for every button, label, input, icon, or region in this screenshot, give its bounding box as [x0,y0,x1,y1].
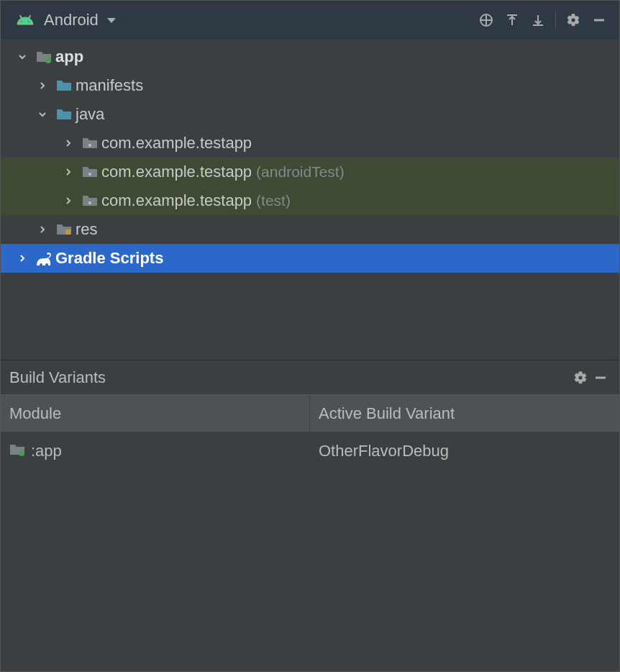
folder-icon [53,79,76,92]
dropdown-triangle-icon [107,18,116,23]
tree-label-suffix: (androidTest) [256,163,345,181]
chevron-down-icon[interactable] [12,52,32,62]
project-view-selector[interactable]: Android [15,10,476,30]
tree-label: com.example.testapp [101,163,252,181]
column-header-active-variant: Active Build Variant [310,404,619,423]
folder-icon [53,108,76,121]
tree-label-suffix: (test) [256,192,291,209]
tree-node-gradle-scripts[interactable]: Gradle Scripts [1,244,619,273]
build-variants-empty-area [1,470,619,671]
tree-label: java [76,105,104,124]
minimize-icon[interactable] [591,368,611,388]
gear-icon[interactable] [570,368,591,388]
tree-node-package-main[interactable]: com.example.testapp [1,129,619,158]
column-header-module: Module [1,395,310,432]
svg-point-14 [19,450,24,456]
tree-node-res[interactable]: res [1,215,619,244]
chevron-right-icon[interactable] [32,81,53,91]
svg-point-9 [88,144,91,147]
project-view-header: Android [1,1,619,40]
chevron-right-icon[interactable] [58,138,78,148]
package-folder-icon [78,165,101,178]
tree-label: manifests [76,76,143,95]
chevron-right-icon[interactable] [58,196,78,206]
chevron-right-icon[interactable] [12,253,32,263]
tree-node-package-androidtest[interactable]: com.example.testapp (androidTest) [1,158,619,186]
tree-label: com.example.testapp [101,191,252,210]
gradle-icon [32,251,55,265]
tree-label: Gradle Scripts [55,249,163,268]
tree-node-java[interactable]: java [1,100,619,129]
svg-point-10 [88,173,91,176]
module-cell: :app [1,432,310,469]
scroll-from-source-icon[interactable] [476,10,496,30]
build-variants-table: Module Active Build Variant :app OtherFl… [1,395,619,470]
chevron-right-icon[interactable] [32,224,53,235]
chevron-down-icon[interactable] [32,109,53,119]
svg-point-8 [45,58,51,63]
package-folder-icon [78,194,101,207]
table-header-row: Module Active Build Variant [1,395,619,432]
module-folder-icon [32,50,55,63]
tree-label: app [55,47,83,66]
minimize-icon[interactable] [589,10,609,30]
gear-icon[interactable] [563,10,583,30]
module-name: :app [31,442,62,460]
tree-node-package-test[interactable]: com.example.testapp (test) [1,186,619,215]
module-folder-icon [9,442,25,460]
android-icon [15,10,35,30]
svg-rect-12 [65,230,70,235]
build-variants-panel: Build Variants Module Active Build Varia… [1,360,619,671]
build-variants-header: Build Variants [1,360,619,395]
variant-cell[interactable]: OtherFlavorDebug [310,442,619,460]
separator [555,11,556,29]
package-folder-icon [78,137,101,150]
collapse-all-icon[interactable] [528,10,548,30]
project-view-label: Android [44,11,99,29]
tree-node-app[interactable]: app [1,42,619,71]
tree-label: com.example.testapp [101,134,252,153]
svg-point-11 [88,201,91,204]
table-row[interactable]: :app OtherFlavorDebug [1,432,619,470]
tree-node-manifests[interactable]: manifests [1,71,619,100]
tree-label: res [76,220,98,239]
header-actions [476,10,609,30]
chevron-right-icon[interactable] [58,167,78,177]
res-folder-icon [53,223,76,236]
expand-all-icon[interactable] [502,10,522,30]
project-tree[interactable]: app manifests java com.example.testapp c… [1,40,619,360]
build-variants-title: Build Variants [9,368,570,387]
